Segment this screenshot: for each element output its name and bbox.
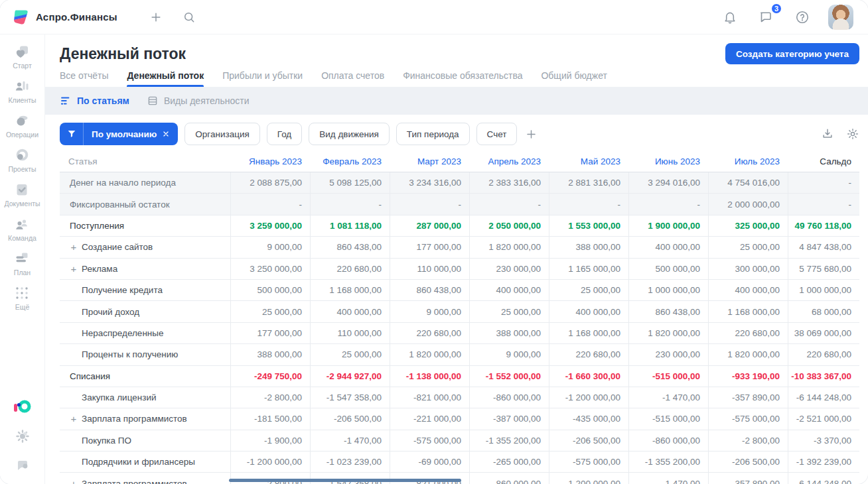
- row-label-cell[interactable]: Получение кредита: [60, 280, 230, 300]
- column-header-month[interactable]: Июнь 2023: [628, 151, 708, 172]
- filter-button-Организация[interactable]: Организация: [184, 123, 259, 145]
- row-label-cell[interactable]: +Зарплата программистов: [60, 408, 230, 429]
- row-label-cell[interactable]: +Зарплата программистов: [60, 473, 230, 484]
- row-value-cell: -1 660 300,00: [549, 366, 628, 387]
- row-value-cell: 177 000,00: [230, 323, 310, 343]
- row-value-cell: 2 881 316,00: [549, 172, 628, 193]
- row-label-cell[interactable]: Закупка лицензий: [60, 387, 230, 408]
- row-value-cell: -1 470,00: [628, 473, 708, 484]
- aspro-brand-icon[interactable]: [13, 398, 33, 415]
- tab-Прибыли и убытки[interactable]: Прибыли и убытки: [222, 70, 303, 87]
- row-label-cell[interactable]: Подрядчики и фрилансеры: [60, 452, 230, 472]
- row-value-cell: 25 000,00: [230, 301, 310, 322]
- row-value-cell: -575 000,00: [549, 452, 628, 472]
- row-value-cell: 3 259 000,00: [230, 215, 310, 236]
- subtab-Виды деятельности[interactable]: Виды деятельности: [147, 95, 250, 107]
- column-header-month[interactable]: Февраль 2023: [310, 151, 390, 172]
- tab-Все отчёты[interactable]: Все отчёты: [60, 70, 108, 87]
- table-row: Покупка ПО-1 900,00-1 470,00-575 000,00-…: [60, 430, 859, 452]
- sidebar-item-operations[interactable]: Операции: [4, 113, 40, 139]
- notifications-bell-icon[interactable]: [720, 7, 740, 27]
- row-label: Покупка ПО: [82, 436, 131, 446]
- row-value-cell: 2 383 316,00: [469, 172, 549, 193]
- row-label: Прочий доход: [82, 307, 139, 317]
- filter-button-Тип периода[interactable]: Тип периода: [396, 123, 470, 145]
- expand-plus-icon[interactable]: +: [70, 264, 78, 274]
- column-header-month[interactable]: Апрель 2023: [469, 151, 549, 172]
- row-value-cell: -1 200 000,00: [549, 387, 628, 408]
- expand-plus-icon[interactable]: +: [70, 414, 78, 424]
- column-header-month[interactable]: Январь 2023: [230, 151, 310, 172]
- user-avatar[interactable]: [828, 5, 853, 30]
- main-content: Денежный поток Создать категорию учета В…: [45, 34, 868, 484]
- row-label-cell[interactable]: +Создание сайтов: [60, 237, 230, 257]
- row-label-cell[interactable]: Денег на начало периода: [60, 172, 230, 193]
- tab-Финансовые обязательства[interactable]: Финансовые обязательства: [403, 70, 522, 87]
- filter-button-Счет[interactable]: Счет: [476, 123, 518, 145]
- create-category-button[interactable]: Создать категорию учета: [725, 43, 859, 64]
- row-value-cell: -821 000,00: [390, 387, 469, 408]
- row-label: Списания: [70, 371, 110, 381]
- row-value-cell: 1 081 118,00: [310, 215, 390, 236]
- row-value-cell: -: [788, 194, 859, 214]
- column-header-saldo: Сальдо: [788, 151, 859, 172]
- messages-chat-icon[interactable]: 3: [756, 7, 776, 27]
- row-label-cell[interactable]: Фиксированный остаток: [60, 194, 230, 214]
- sidebar-item-more[interactable]: Ещё: [4, 285, 40, 311]
- row-value-cell: 860 438,00: [310, 237, 390, 257]
- export-download-icon[interactable]: [821, 127, 834, 141]
- sidebar-item-projects[interactable]: Проекты: [4, 147, 40, 173]
- column-header-month[interactable]: Июль 2023: [708, 151, 788, 172]
- row-value-cell: -1 547 358,00: [310, 387, 390, 408]
- settings-gear-icon[interactable]: [15, 428, 31, 444]
- sidebar-item-documents[interactable]: Документы: [4, 182, 40, 208]
- row-label: Нераспределенные: [82, 328, 164, 338]
- column-header-month[interactable]: Май 2023: [549, 151, 628, 172]
- row-value-cell: -: [788, 172, 859, 193]
- help-icon[interactable]: [792, 7, 812, 27]
- filter-button-Вид движения[interactable]: Вид движения: [309, 123, 390, 145]
- row-value-cell: 25 000,00: [310, 344, 390, 365]
- row-label: Проценты к получению: [82, 349, 178, 359]
- subtab-По статьям[interactable]: По статьям: [60, 95, 129, 107]
- clear-filter-icon[interactable]: [162, 130, 178, 138]
- tab-Денежный поток[interactable]: Денежный поток: [127, 70, 204, 87]
- row-value-cell: 388 000,00: [230, 344, 310, 365]
- row-value-cell: 5 775 680,00: [788, 259, 859, 279]
- page-title: Денежный поток: [60, 45, 186, 63]
- add-filter-button[interactable]: [525, 128, 538, 141]
- row-label-cell[interactable]: Проценты к получению: [60, 344, 230, 365]
- row-label-cell[interactable]: Покупка ПО: [60, 430, 230, 451]
- row-value-cell: -2 800,00: [230, 387, 310, 408]
- global-add-button[interactable]: [147, 8, 165, 27]
- search-button[interactable]: [180, 8, 198, 27]
- expand-plus-icon[interactable]: +: [70, 242, 78, 252]
- app-name: Аспро.Финансы: [36, 11, 117, 23]
- row-value-cell: -1 355 200,00: [628, 452, 708, 472]
- sidebar-item-plan[interactable]: План: [4, 251, 40, 276]
- row-label-cell[interactable]: Прочий доход: [60, 301, 230, 322]
- row-label-cell[interactable]: +Реклама: [60, 259, 230, 279]
- row-label-cell[interactable]: Нераспределенные: [60, 323, 230, 343]
- row-value-cell: 49 760 118,00: [788, 215, 859, 236]
- table-row: +Реклама3 250 000,00220 680,00110 000,00…: [60, 259, 859, 280]
- row-label-cell[interactable]: Поступления: [60, 215, 230, 236]
- row-value-cell: 860 438,00: [628, 301, 708, 322]
- sidebar-item-clients[interactable]: Клиенты: [4, 78, 40, 104]
- filter-funnel-icon[interactable]: [60, 123, 84, 145]
- tab-Общий бюджет[interactable]: Общий бюджет: [541, 70, 607, 87]
- sidebar-item-start[interactable]: Старт: [4, 44, 40, 70]
- column-header-article: Статья: [60, 151, 230, 172]
- column-header-month[interactable]: Март 2023: [390, 151, 469, 172]
- table-settings-gear-icon[interactable]: [846, 127, 859, 141]
- row-value-cell: -1 392 239,00: [788, 452, 859, 472]
- support-chat-icon[interactable]: [15, 457, 31, 473]
- expand-plus-icon[interactable]: +: [70, 479, 78, 484]
- tab-Оплата счетов[interactable]: Оплата счетов: [321, 70, 384, 87]
- filter-button-Год[interactable]: Год: [267, 123, 303, 145]
- active-filter-pill[interactable]: По умолчанию: [60, 123, 178, 145]
- horizontal-scrollbar[interactable]: [229, 479, 461, 482]
- sidebar-item-team[interactable]: Команда: [4, 216, 40, 242]
- row-value-cell: 1 000 000,00: [628, 280, 708, 300]
- row-label-cell[interactable]: Списания: [60, 366, 230, 387]
